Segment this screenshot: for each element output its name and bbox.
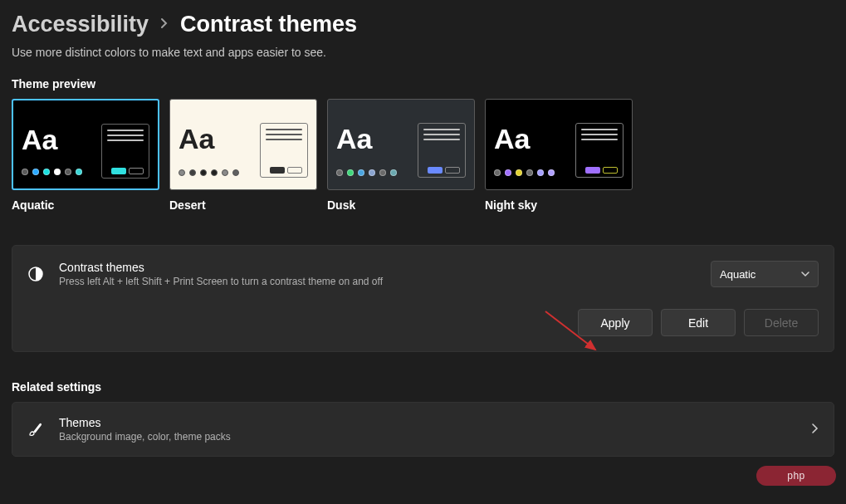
apply-button[interactable]: Apply — [578, 309, 653, 336]
theme-select[interactable]: Aquatic — [711, 261, 819, 287]
sample-text-icon: Aa — [336, 123, 372, 155]
card-title: Contrast themes — [59, 261, 696, 274]
color-dots — [494, 169, 555, 176]
chevron-right-icon — [160, 17, 169, 32]
related-title: Themes — [59, 416, 796, 429]
breadcrumb: Accessibility Contrast themes — [0, 0, 846, 46]
theme-tile-night-sky[interactable]: Aa Night sky — [485, 99, 633, 212]
theme-select-value: Aquatic — [720, 268, 756, 281]
mini-window-icon — [260, 123, 308, 178]
related-settings-label: Related settings — [0, 352, 846, 402]
page-title: Contrast themes — [180, 12, 357, 37]
theme-name-label: Desert — [169, 198, 317, 212]
watermark-badge: php — [756, 466, 836, 486]
color-dots — [178, 169, 239, 176]
related-subtitle: Background image, color, theme packs — [59, 431, 796, 443]
sample-text-icon: Aa — [22, 124, 57, 156]
chevron-right-icon — [811, 423, 819, 437]
brush-icon — [27, 421, 44, 438]
mini-window-icon — [101, 124, 149, 179]
contrast-icon — [27, 266, 44, 282]
theme-name-label: Aquatic — [12, 198, 159, 212]
theme-tile-aquatic[interactable]: Aa Aquatic — [12, 99, 159, 212]
card-subtitle: Press left Alt + left Shift + Print Scre… — [59, 276, 696, 287]
edit-button[interactable]: Edit — [661, 309, 736, 336]
color-dots — [336, 169, 397, 176]
theme-tile-desert[interactable]: Aa Desert — [169, 99, 317, 212]
breadcrumb-parent[interactable]: Accessibility — [12, 12, 149, 37]
mini-window-icon — [575, 123, 623, 178]
delete-button: Delete — [744, 309, 819, 336]
sample-text-icon: Aa — [494, 123, 530, 155]
theme-name-label: Night sky — [485, 198, 633, 212]
theme-name-label: Dusk — [327, 198, 475, 212]
chevron-down-icon — [801, 269, 809, 279]
page-description: Use more distinct colors to make text an… — [0, 46, 846, 77]
theme-preview-label: Theme preview — [0, 77, 846, 99]
mini-window-icon — [418, 123, 466, 178]
theme-tile-dusk[interactable]: Aa Dusk — [327, 99, 475, 212]
sample-text-icon: Aa — [178, 123, 214, 155]
theme-preview-grid: Aa Aquatic Aa — [0, 99, 846, 212]
contrast-themes-card: Contrast themes Press left Alt + left Sh… — [12, 245, 834, 352]
related-themes-row[interactable]: Themes Background image, color, theme pa… — [12, 402, 834, 457]
color-dots — [22, 169, 82, 175]
